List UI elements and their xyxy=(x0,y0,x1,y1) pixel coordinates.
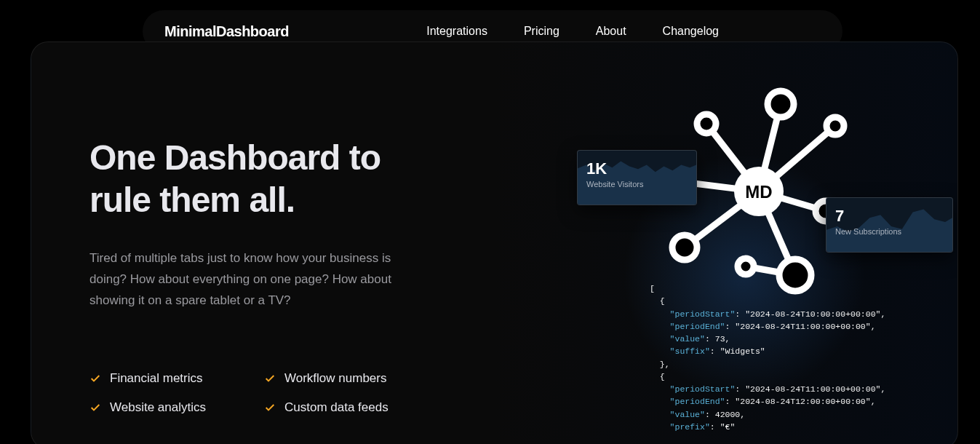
headline-line-2: rule them all. xyxy=(89,181,295,219)
svg-line-7 xyxy=(746,266,795,275)
hero-subtext: Tired of multiple tabs just to know how … xyxy=(89,248,424,312)
hero-visual: MD 1K Website Visitors 7 New Subscriptio… xyxy=(504,42,958,444)
check-icon xyxy=(264,373,276,384)
network-badge-text: MD xyxy=(745,182,772,202)
widget-value: 1K xyxy=(586,159,688,178)
feature-analytics: Website analytics xyxy=(89,400,264,415)
brand-logo[interactable]: MinimalDashboard xyxy=(164,23,289,40)
svg-line-6 xyxy=(706,124,759,191)
feature-label: Workflow numbers xyxy=(284,371,386,386)
widget-website-visitors: 1K Website Visitors xyxy=(577,150,697,205)
json-code-sample: [ { "periodStart": "2024-08-24T10:00:00+… xyxy=(650,282,861,433)
svg-line-2 xyxy=(759,191,826,211)
feature-financial: Financial metrics xyxy=(89,371,264,386)
widget-label: Website Visitors xyxy=(586,180,688,189)
nav-links: Integrations Pricing About Changelog xyxy=(426,25,719,38)
svg-line-1 xyxy=(759,126,835,191)
nav-pricing[interactable]: Pricing xyxy=(524,25,559,38)
svg-point-12 xyxy=(738,258,754,274)
feature-custom: Custom data feeds xyxy=(264,400,439,415)
svg-point-8 xyxy=(768,91,794,117)
feature-label: Financial metrics xyxy=(110,371,203,386)
check-icon xyxy=(89,373,101,384)
nav-integrations[interactable]: Integrations xyxy=(426,25,487,38)
feature-label: Website analytics xyxy=(110,400,206,415)
check-icon xyxy=(264,402,276,413)
nav-about[interactable]: About xyxy=(596,25,626,38)
feature-list: Financial metrics Workflow numbers Websi… xyxy=(89,371,446,415)
feature-label: Custom data feeds xyxy=(284,400,389,415)
check-icon xyxy=(89,402,101,413)
nav-changelog[interactable]: Changelog xyxy=(663,25,719,38)
svg-point-16 xyxy=(734,167,784,216)
headline-line-1: One Dashboard to xyxy=(89,138,381,177)
svg-point-9 xyxy=(826,117,844,135)
svg-point-13 xyxy=(672,235,697,260)
hero-panel: One Dashboard to rule them all. Tired of… xyxy=(31,41,958,444)
widget-new-subscriptions: 7 New Subscriptions xyxy=(826,197,953,253)
hero-headline: One Dashboard to rule them all. xyxy=(89,137,446,221)
svg-line-0 xyxy=(759,104,781,191)
svg-point-15 xyxy=(697,114,716,133)
hero-content: One Dashboard to rule them all. Tired of… xyxy=(89,137,446,415)
svg-line-3 xyxy=(759,191,795,275)
widget-label: New Subscriptions xyxy=(835,227,944,236)
feature-workflow: Workflow numbers xyxy=(264,371,439,386)
widget-value: 7 xyxy=(835,207,944,226)
